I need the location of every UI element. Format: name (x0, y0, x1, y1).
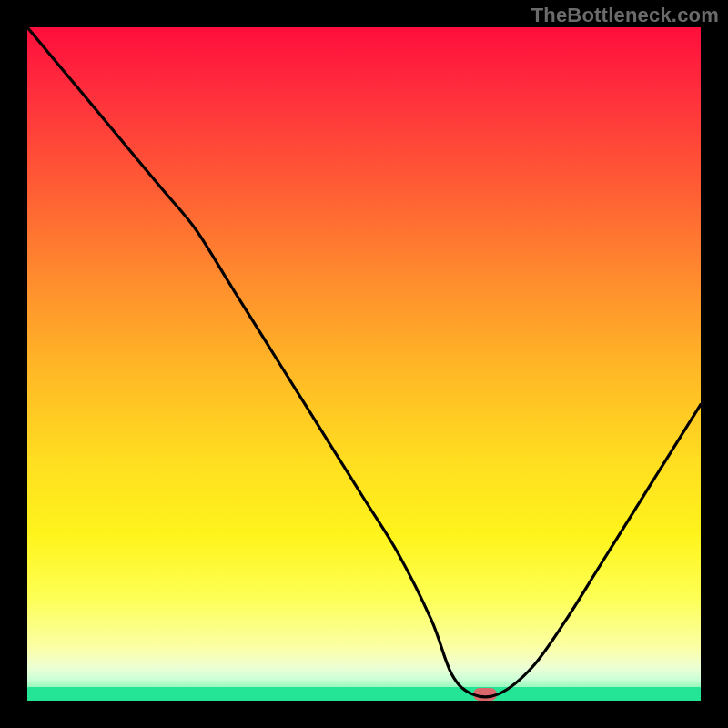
curve-svg (27, 27, 701, 701)
plot-area (27, 27, 701, 701)
bottleneck-curve (27, 27, 701, 697)
chart-frame: TheBottleneck.com (0, 0, 728, 728)
watermark-text: TheBottleneck.com (531, 4, 719, 27)
